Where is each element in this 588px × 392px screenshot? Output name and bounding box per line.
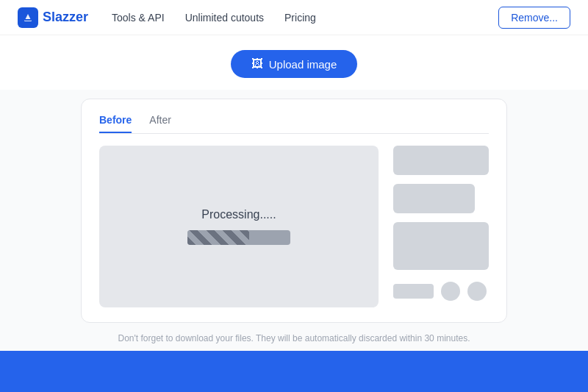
upload-section: 🖼 Upload image (0, 35, 588, 90)
blue-footer-bar (0, 351, 588, 392)
logo: Slazzer (18, 7, 88, 28)
skeleton-row (393, 282, 489, 301)
upload-button[interactable]: 🖼 Upload image (231, 50, 358, 78)
logo-text: Slazzer (43, 10, 88, 25)
skeleton-block-2 (393, 184, 475, 213)
progress-bar-fill (187, 230, 249, 245)
footer-note: Don't forget to download your files. The… (118, 323, 470, 351)
right-panel (393, 146, 489, 301)
tab-after[interactable]: After (149, 114, 171, 133)
logo-icon (18, 7, 38, 28)
tabs: Before After (99, 114, 489, 134)
tab-before[interactable]: Before (99, 114, 132, 133)
remove-button[interactable]: Remove... (498, 7, 570, 29)
card: Before After Processing..... (81, 99, 507, 323)
image-preview: Processing..... (99, 146, 379, 307)
upload-button-label: Upload image (269, 58, 337, 71)
nav-tools-api[interactable]: Tools & API (112, 12, 165, 24)
skeleton-block-3 (393, 222, 489, 270)
skeleton-circle-1 (441, 282, 460, 301)
skeleton-circle-2 (467, 282, 487, 301)
nav: Tools & API Unlimited cutouts Pricing (112, 12, 498, 24)
header: Slazzer Tools & API Unlimited cutouts Pr… (0, 0, 588, 35)
nav-unlimited-cutouts[interactable]: Unlimited cutouts (185, 12, 264, 24)
header-right: Remove... (498, 7, 570, 29)
progress-bar (187, 230, 290, 245)
main-content: Before After Processing..... (0, 90, 588, 351)
card-body: Processing..... (99, 146, 489, 307)
nav-pricing[interactable]: Pricing (284, 12, 316, 24)
skeleton-small (393, 284, 434, 299)
upload-icon: 🖼 (251, 57, 263, 71)
processing-text: Processing..... (201, 208, 276, 221)
svg-rect-2 (25, 19, 31, 21)
skeleton-block-1 (393, 146, 489, 175)
